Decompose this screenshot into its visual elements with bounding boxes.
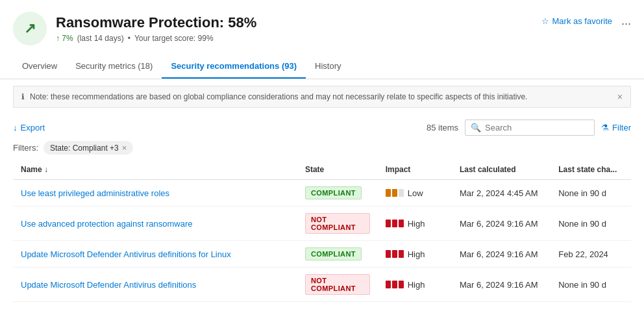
filters-row: Filters: State: Compliant +3 ×: [0, 141, 644, 160]
notice-close-button[interactable]: ×: [617, 92, 623, 102]
mark-favorite-label: Mark as favorite: [552, 16, 612, 26]
tab-history[interactable]: History: [306, 55, 350, 79]
impact-bar: [392, 189, 397, 197]
impact-bar: [399, 281, 404, 288]
trend-value: ↑ 7%: [56, 34, 73, 43]
tabs-bar: Overview Security metrics (18) Security …: [0, 55, 644, 79]
tab-overview[interactable]: Overview: [13, 55, 66, 79]
mark-favorite-button[interactable]: ☆ Mark as favorite: [541, 16, 612, 26]
page-title: Ransomware Protection: 58%: [56, 14, 256, 31]
impact-bar: [399, 220, 404, 227]
last-calculated-cell: Mar 6, 2024 9:16 AM: [452, 207, 551, 241]
impact-bar: [386, 281, 391, 288]
filter-tag-text: State: Compliant +3: [50, 144, 119, 153]
impact-label: High: [408, 280, 425, 290]
impact-bars: [386, 250, 404, 258]
notice-bar: ℹ Note: these recommendations are based …: [13, 86, 631, 108]
recommendations-table: Name ↓ State Impact Last calculated Last…: [13, 160, 631, 302]
target-score: Your target score: 99%: [134, 34, 214, 43]
impact-cell: Low: [386, 188, 444, 198]
impact-label: High: [408, 219, 425, 229]
more-options-button[interactable]: ...: [621, 14, 631, 28]
col-header-name[interactable]: Name ↓: [13, 160, 297, 180]
state-badge: COMPLIANT: [305, 247, 362, 260]
impact-label: Low: [408, 188, 423, 198]
trend-period: (last 14 days): [77, 34, 124, 43]
last-calculated-cell: Mar 6, 2024 9:16 AM: [452, 241, 551, 268]
recommendation-link[interactable]: Use least privileged administrative role…: [21, 188, 169, 198]
filter-tag-remove-icon[interactable]: ×: [122, 143, 127, 153]
table-row: Use least privileged administrative role…: [13, 180, 631, 207]
last-state-change-cell: None in 90 d: [551, 180, 631, 207]
state-badge: NOT COMPLIANT: [305, 213, 370, 234]
table-row: Update Microsoft Defender Antivirus defi…: [13, 241, 631, 268]
impact-cell: High: [386, 219, 444, 229]
last-state-change-cell: None in 90 d: [551, 207, 631, 241]
col-header-impact: Impact: [378, 160, 452, 180]
info-icon: ℹ: [21, 92, 25, 101]
impact-bar: [392, 281, 397, 288]
last-state-change-cell: Feb 22, 2024: [551, 241, 631, 268]
dot-separator: •: [128, 34, 130, 43]
page-header: ↗ Ransomware Protection: 58% ↑ 7% (last …: [0, 0, 644, 52]
table-row: Update Microsoft Defender Antivirus defi…: [13, 268, 631, 302]
toolbar-right: 85 items 🔍 ⚗ Filter: [427, 120, 631, 136]
recommendation-link[interactable]: Use advanced protection against ransomwa…: [21, 219, 192, 229]
header-text: Ransomware Protection: 58% ↑ 7% (last 14…: [56, 14, 256, 43]
filters-label: Filters:: [13, 143, 38, 153]
last-calculated-cell: Mar 6, 2024 9:16 AM: [452, 268, 551, 302]
filter-icon: ⚗: [601, 123, 609, 132]
impact-bar: [392, 250, 397, 258]
last-state-change-cell: None in 90 d: [551, 268, 631, 302]
col-header-state: State: [297, 160, 378, 180]
tab-security-recommendations[interactable]: Security recommendations (93): [162, 55, 306, 79]
state-badge: COMPLIANT: [305, 186, 362, 199]
export-button[interactable]: ↓ Export: [13, 123, 45, 132]
recommendations-table-wrapper: Name ↓ State Impact Last calculated Last…: [0, 160, 644, 302]
export-label: Export: [21, 123, 45, 132]
header-subtitle: ↑ 7% (last 14 days) • Your target score:…: [56, 34, 256, 43]
search-box[interactable]: 🔍: [465, 120, 595, 136]
impact-bar: [386, 220, 391, 227]
impact-bars: [386, 281, 404, 288]
search-input[interactable]: [485, 123, 589, 132]
table-header-row: Name ↓ State Impact Last calculated Last…: [13, 160, 631, 180]
filter-tag-state[interactable]: State: Compliant +3 ×: [43, 141, 133, 155]
recommendation-link[interactable]: Update Microsoft Defender Antivirus defi…: [21, 249, 231, 259]
impact-bar: [386, 250, 391, 258]
header-left: ↗ Ransomware Protection: 58% ↑ 7% (last …: [13, 12, 256, 45]
search-icon: 🔍: [471, 123, 481, 132]
impact-cell: High: [386, 249, 444, 259]
impact-bars: [386, 220, 404, 227]
tab-security-metrics[interactable]: Security metrics (18): [66, 55, 162, 79]
impact-bar: [399, 250, 404, 258]
filter-button[interactable]: ⚗ Filter: [601, 123, 631, 132]
header-right: ☆ Mark as favorite ...: [541, 12, 632, 28]
impact-cell: High: [386, 280, 444, 290]
trend-arrow-icon: ↗: [24, 20, 36, 37]
impact-bars: [386, 189, 404, 197]
col-header-last-state-change: Last state cha...: [551, 160, 631, 180]
recommendation-link[interactable]: Update Microsoft Defender Antivirus defi…: [21, 280, 196, 290]
impact-bar: [399, 189, 404, 197]
table-row: Use advanced protection against ransomwa…: [13, 207, 631, 241]
score-icon-circle: ↗: [13, 12, 47, 45]
items-count: 85 items: [427, 123, 458, 132]
impact-bar: [386, 189, 391, 197]
export-icon: ↓: [13, 123, 18, 132]
col-header-last-calculated: Last calculated: [452, 160, 551, 180]
impact-label: High: [408, 249, 425, 259]
impact-bar: [392, 220, 397, 227]
last-calculated-cell: Mar 2, 2024 4:45 AM: [452, 180, 551, 207]
notice-text: Note: these recommendations are based on…: [30, 92, 527, 101]
star-icon: ☆: [541, 16, 549, 26]
toolbar: ↓ Export 85 items 🔍 ⚗ Filter: [0, 114, 644, 141]
filter-label: Filter: [612, 123, 631, 132]
state-badge: NOT COMPLIANT: [305, 274, 370, 295]
